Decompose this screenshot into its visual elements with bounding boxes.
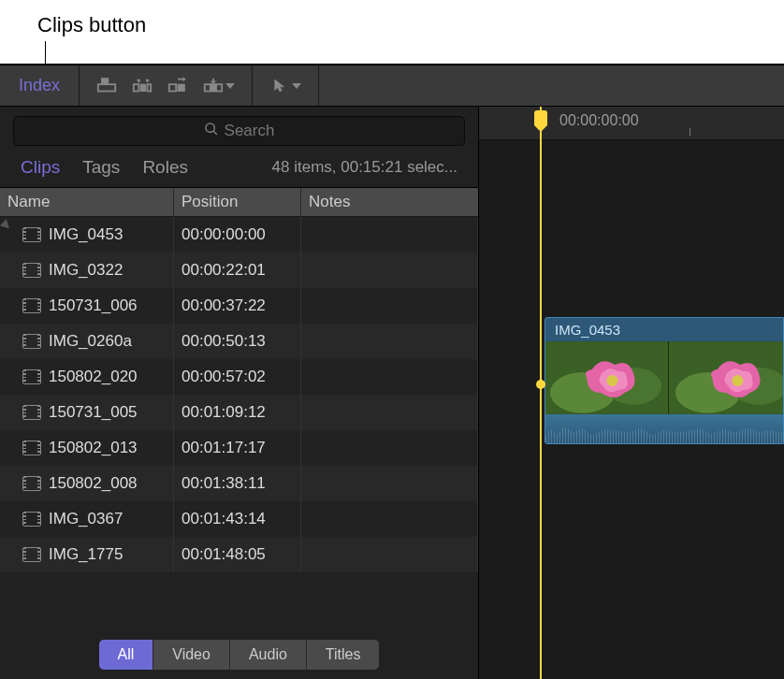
table-row[interactable]: IMG_036700:01:43:14 bbox=[0, 501, 478, 537]
playhead-head-icon bbox=[534, 110, 547, 125]
table-row[interactable]: IMG_177500:01:48:05 bbox=[0, 537, 478, 572]
filter-all-button[interactable]: All bbox=[99, 640, 154, 670]
append-tool-icon[interactable] bbox=[167, 76, 188, 96]
table-row[interactable]: 150802_02000:00:57:02 bbox=[0, 359, 478, 395]
cell-name: 150731_005 bbox=[0, 395, 174, 430]
cell-name: IMG_0322 bbox=[0, 253, 174, 288]
timeline-ruler[interactable]: 00:00:00:00 bbox=[479, 107, 784, 140]
svg-rect-3 bbox=[140, 84, 146, 91]
toolbar: Index bbox=[0, 65, 784, 107]
cell-position: 00:00:00:00 bbox=[174, 217, 301, 253]
clip-icon bbox=[22, 227, 41, 242]
table-row[interactable]: IMG_045300:00:00:00 bbox=[0, 217, 478, 253]
cell-name: 150802_020 bbox=[0, 359, 174, 395]
select-tool-dropdown[interactable] bbox=[269, 76, 301, 96]
column-header-position[interactable]: Position bbox=[174, 188, 301, 216]
filter-titles-button[interactable]: Titles bbox=[307, 640, 380, 670]
status-text: 48 items, 00:15:21 selec... bbox=[272, 158, 457, 177]
column-header-name[interactable]: Name bbox=[0, 188, 174, 216]
cell-position: 00:00:22:01 bbox=[174, 253, 301, 288]
cell-name: IMG_0260a bbox=[0, 324, 174, 359]
table-row[interactable]: 150731_00500:01:09:12 bbox=[0, 395, 478, 430]
clip-icon bbox=[22, 476, 41, 491]
index-button[interactable]: Index bbox=[0, 76, 79, 95]
svg-rect-0 bbox=[98, 84, 115, 91]
clip-thumbnail bbox=[669, 341, 783, 414]
clip-waveform bbox=[545, 414, 783, 444]
timecode-display: 00:00:00:00 bbox=[559, 112, 639, 129]
clip-name-label: 150731_006 bbox=[49, 296, 138, 315]
search-row: Search bbox=[0, 107, 478, 152]
svg-rect-2 bbox=[134, 84, 139, 91]
svg-point-18 bbox=[732, 375, 743, 386]
svg-rect-5 bbox=[169, 84, 176, 91]
svg-point-14 bbox=[607, 375, 618, 386]
chevron-down-icon bbox=[225, 83, 235, 89]
clip-icon bbox=[22, 298, 41, 313]
timeline-panel[interactable]: 00:00:00:00 IMG_0453 bbox=[479, 107, 784, 679]
toolbar-divider bbox=[318, 65, 319, 106]
cell-notes bbox=[301, 359, 478, 395]
table-row[interactable]: 150802_00800:01:38:11 bbox=[0, 466, 478, 501]
svg-rect-6 bbox=[178, 84, 184, 91]
cell-notes bbox=[301, 430, 478, 466]
filter-row: All Video Audio Titles bbox=[0, 630, 478, 679]
table-body: IMG_045300:00:00:00IMG_032200:00:22:0115… bbox=[0, 217, 478, 630]
cell-notes bbox=[301, 466, 478, 501]
clip-name-label: 150802_013 bbox=[49, 439, 138, 457]
timeline-clip[interactable]: IMG_0453 bbox=[544, 317, 784, 444]
overwrite-tool-dropdown[interactable] bbox=[203, 76, 235, 96]
cell-name: 150802_008 bbox=[0, 466, 174, 501]
cell-position: 00:01:43:14 bbox=[174, 501, 301, 537]
filter-audio-button[interactable]: Audio bbox=[230, 640, 307, 670]
filter-video-button[interactable]: Video bbox=[153, 640, 230, 670]
cell-notes bbox=[301, 217, 478, 253]
cell-notes bbox=[301, 395, 478, 430]
column-header-notes[interactable]: Notes bbox=[301, 188, 478, 216]
svg-rect-8 bbox=[210, 84, 216, 91]
clip-name-label: 150731_005 bbox=[49, 403, 138, 422]
insert-tool-icon[interactable] bbox=[132, 76, 152, 96]
clip-icon bbox=[22, 263, 41, 278]
cell-position: 00:00:57:02 bbox=[174, 359, 301, 395]
chevron-down-icon bbox=[292, 83, 301, 89]
cell-name: IMG_0367 bbox=[0, 501, 174, 537]
cell-position: 00:00:37:22 bbox=[174, 288, 301, 324]
select-tool-group bbox=[253, 76, 318, 96]
table-header: Name Position Notes bbox=[0, 187, 478, 217]
cell-position: 00:01:38:11 bbox=[174, 466, 301, 501]
clip-name-label: 150802_020 bbox=[49, 368, 138, 386]
cell-name: IMG_1775 bbox=[0, 537, 174, 572]
table-row[interactable]: IMG_032200:00:22:01 bbox=[0, 253, 478, 288]
search-icon bbox=[204, 122, 219, 140]
clip-icon bbox=[22, 441, 41, 455]
pointer-tool-icon bbox=[269, 76, 290, 96]
playhead[interactable] bbox=[540, 107, 542, 679]
tabs-row: Clips Tags Roles 48 items, 00:15:21 sele… bbox=[0, 152, 478, 187]
clip-icon bbox=[22, 369, 41, 384]
overwrite-tool-icon bbox=[203, 76, 224, 96]
svg-rect-4 bbox=[148, 84, 152, 91]
search-input[interactable]: Search bbox=[13, 116, 465, 146]
cell-position: 00:01:17:17 bbox=[174, 430, 301, 466]
clip-name-label: IMG_0453 bbox=[49, 225, 123, 244]
clip-icon bbox=[22, 334, 41, 349]
cell-position: 00:00:50:13 bbox=[174, 324, 301, 359]
table-row[interactable]: 150802_01300:01:17:17 bbox=[0, 430, 478, 466]
clip-icon bbox=[22, 405, 41, 420]
clip-name-label: IMG_0367 bbox=[49, 510, 123, 528]
ruler-tick bbox=[690, 128, 690, 136]
cell-notes bbox=[301, 324, 478, 359]
cell-name: 150731_006 bbox=[0, 288, 174, 324]
table-row[interactable]: 150731_00600:00:37:22 bbox=[0, 288, 478, 324]
edit-tool-group bbox=[80, 76, 252, 96]
cell-notes bbox=[301, 537, 478, 572]
connect-tool-icon[interactable] bbox=[96, 76, 117, 96]
tab-roles[interactable]: Roles bbox=[142, 157, 188, 178]
index-panel: Search Clips Tags Roles 48 items, 00:15:… bbox=[0, 107, 479, 679]
table-row[interactable]: IMG_0260a00:00:50:13 bbox=[0, 324, 478, 359]
tab-clips[interactable]: Clips bbox=[21, 157, 60, 178]
tab-tags[interactable]: Tags bbox=[82, 157, 120, 178]
timeline-clip-label: IMG_0453 bbox=[545, 318, 783, 341]
clip-name-label: 150802_008 bbox=[49, 474, 138, 493]
